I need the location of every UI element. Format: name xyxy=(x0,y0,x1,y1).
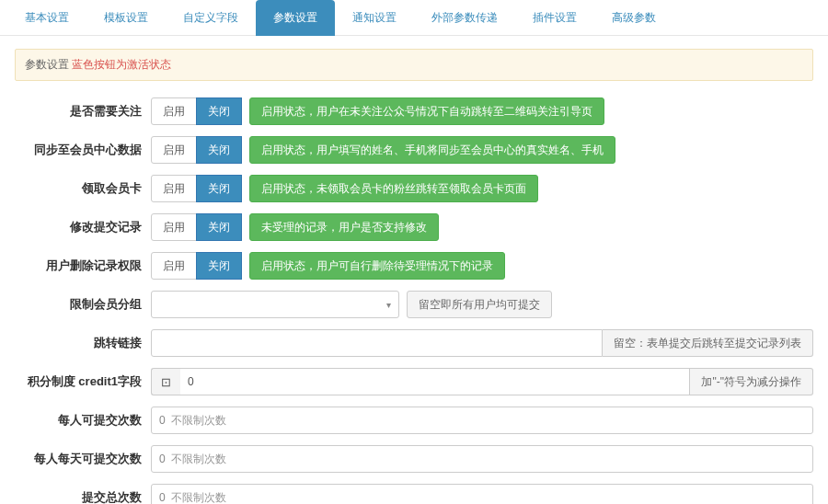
limit-group-hint: 留空即所有用户均可提交 xyxy=(407,291,552,318)
get_card-disable-button[interactable]: 关闭 xyxy=(196,175,242,202)
tab-3[interactable]: 参数设置 xyxy=(256,0,335,36)
del_record-label: 用户删除记录权限 xyxy=(15,258,151,274)
total-input[interactable]: 0 不限制次数 xyxy=(151,484,813,504)
sync_member-hint: 启用状态，用户填写的姓名、手机将同步至会员中心的真实姓名、手机 xyxy=(249,136,615,164)
limit-group-select[interactable] xyxy=(151,291,399,318)
sync_member-enable-button[interactable]: 启用 xyxy=(151,136,197,164)
need_follow-label: 是否需要关注 xyxy=(15,103,151,120)
per-user-label: 每人可提交次数 xyxy=(15,412,151,429)
credit-label: 积分制度 credit1字段 xyxy=(15,373,151,390)
limit-group-label: 限制会员分组 xyxy=(15,296,151,313)
tab-1[interactable]: 模板设置 xyxy=(86,0,166,36)
edit_record-label: 修改提交记录 xyxy=(15,219,151,235)
credit-addon: 加"-"符号为减分操作 xyxy=(690,368,813,395)
tab-0[interactable]: 基本设置 xyxy=(7,0,86,36)
per-user-input[interactable]: 0 不限制次数 xyxy=(151,407,813,434)
del_record-enable-button[interactable]: 启用 xyxy=(151,252,197,280)
del_record-hint: 启用状态，用户可自行删除待受理情况下的记录 xyxy=(249,252,505,280)
edit_record-hint: 未受理的记录，用户是否支持修改 xyxy=(249,213,439,241)
note-red: 蓝色按钮为激活状态 xyxy=(72,58,171,71)
tab-5[interactable]: 外部参数传递 xyxy=(414,0,515,36)
need_follow-hint: 启用状态，用户在未关注公众号情况下自动跳转至二维码关注引导页 xyxy=(249,97,604,125)
need_follow-enable-button[interactable]: 启用 xyxy=(151,97,197,125)
get_card-hint: 启用状态，未领取会员卡的粉丝跳转至领取会员卡页面 xyxy=(249,175,538,202)
del_record-disable-button[interactable]: 关闭 xyxy=(196,252,242,280)
per-user-day-label: 每人每天可提交次数 xyxy=(15,451,151,467)
note-prefix: 参数设置 xyxy=(25,58,69,71)
credit-icon: ⊡ xyxy=(151,368,180,395)
total-placeholder: 不限制次数 xyxy=(171,490,226,505)
tab-4[interactable]: 通知设置 xyxy=(335,0,414,36)
edit_record-disable-button[interactable]: 关闭 xyxy=(196,213,242,241)
sync_member-label: 同步至会员中心数据 xyxy=(15,142,151,158)
tabs-nav: 基本设置模板设置自定义字段参数设置通知设置外部参数传递插件设置高级参数 xyxy=(0,0,828,36)
get_card-label: 领取会员卡 xyxy=(15,180,151,197)
sync_member-disable-button[interactable]: 关闭 xyxy=(196,136,242,164)
redirect-label: 跳转链接 xyxy=(15,335,151,351)
per-user-day-placeholder: 不限制次数 xyxy=(171,452,226,467)
content: 参数设置 蓝色按钮为激活状态 是否需要关注启用关闭启用状态，用户在未关注公众号情… xyxy=(0,36,828,504)
per-user-day-input[interactable]: 0 不限制次数 xyxy=(151,445,813,473)
tab-6[interactable]: 插件设置 xyxy=(515,0,594,36)
total-zero: 0 xyxy=(159,491,166,504)
redirect-input[interactable] xyxy=(151,329,603,357)
get_card-enable-button[interactable]: 启用 xyxy=(151,175,197,202)
credit-input[interactable] xyxy=(180,368,690,395)
page-note: 参数设置 蓝色按钮为激活状态 xyxy=(15,49,813,81)
tab-2[interactable]: 自定义字段 xyxy=(166,0,256,36)
per-user-day-zero: 0 xyxy=(159,452,166,465)
total-label: 提交总次数 xyxy=(15,489,151,504)
redirect-addon: 留空：表单提交后跳转至提交记录列表 xyxy=(603,329,813,357)
per-user-placeholder: 不限制次数 xyxy=(171,413,226,429)
per-user-zero: 0 xyxy=(159,414,166,427)
need_follow-disable-button[interactable]: 关闭 xyxy=(196,97,242,125)
edit_record-enable-button[interactable]: 启用 xyxy=(151,213,197,241)
tab-7[interactable]: 高级参数 xyxy=(594,0,673,36)
